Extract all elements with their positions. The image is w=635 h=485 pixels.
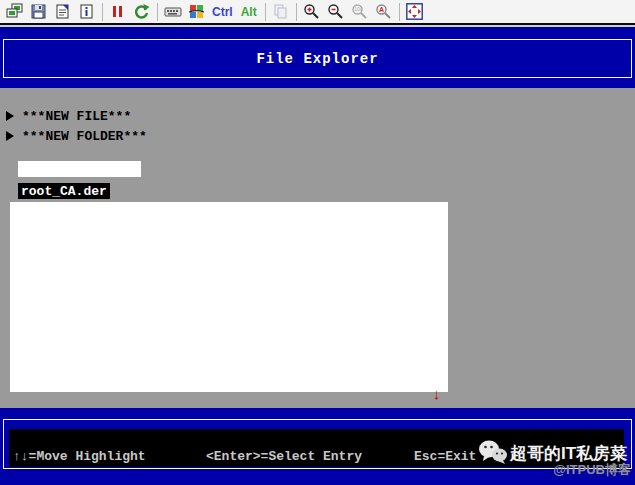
wechat-icon	[478, 439, 508, 464]
send-windows-key-button[interactable]	[186, 1, 207, 22]
new-connection-icon	[6, 3, 23, 20]
scroll-down-arrow: ↓	[432, 388, 441, 403]
vnc-viewer-window: Ctrl Alt	[0, 0, 635, 485]
filename-input[interactable]	[18, 161, 141, 177]
windows-logo-icon	[188, 3, 205, 20]
toolbar-separator	[296, 3, 297, 21]
zoom-out-button[interactable]	[325, 1, 346, 22]
zoom-100-icon: 100	[351, 3, 368, 20]
toolbar-separator	[157, 3, 158, 21]
help-exit: Esc=Exit	[414, 449, 476, 464]
watermark-handle: @ITPUB博客	[553, 461, 631, 479]
toolbar-separator	[102, 3, 103, 21]
file-explorer-body: ***NEW FILE*** ***NEW FOLDER*** root_CA.…	[0, 88, 635, 408]
help-select-entry: <Enter>=Select Entry	[206, 449, 362, 464]
zoom-auto-icon: A	[375, 3, 392, 20]
ctrl-key-button[interactable]: Ctrl	[212, 5, 233, 19]
save-session-button[interactable]	[28, 1, 49, 22]
menu-item-new-file[interactable]: ***NEW FILE***	[6, 108, 131, 124]
menu-item-new-folder[interactable]: ***NEW FOLDER***	[6, 128, 147, 144]
menu-item-label: ***NEW FILE***	[22, 109, 131, 124]
pause-icon	[109, 3, 126, 20]
svg-text:100: 100	[354, 6, 363, 12]
new-connection-button[interactable]	[4, 1, 25, 22]
zoom-100-button-disabled: 100	[349, 1, 370, 22]
zoom-auto-button[interactable]: A	[373, 1, 394, 22]
file-list-panel[interactable]	[10, 202, 448, 392]
pointer-icon	[6, 111, 14, 121]
zoom-out-icon	[327, 3, 344, 20]
toolbar-separator	[265, 3, 266, 21]
info-icon	[78, 3, 95, 20]
menu-item-label: ***NEW FOLDER***	[22, 129, 147, 144]
pointer-icon	[6, 131, 14, 141]
copy-icon	[272, 3, 289, 20]
zoom-in-icon	[303, 3, 320, 20]
alt-key-button[interactable]: Alt	[241, 5, 257, 19]
refresh-button[interactable]	[131, 1, 152, 22]
zoom-in-button[interactable]	[301, 1, 322, 22]
connection-info-button[interactable]	[76, 1, 97, 22]
copy-button-disabled	[270, 1, 291, 22]
options-icon	[54, 3, 71, 20]
page-title: File Explorer	[256, 51, 378, 67]
save-icon	[30, 3, 47, 20]
full-screen-button[interactable]	[404, 1, 425, 22]
toolbar-separator	[399, 3, 400, 21]
uefi-screen: File Explorer ***NEW FILE*** ***NEW FOLD…	[0, 27, 635, 485]
refresh-icon	[133, 3, 150, 20]
full-screen-icon	[406, 3, 423, 20]
connection-options-button[interactable]	[52, 1, 73, 22]
pause-button[interactable]	[107, 1, 128, 22]
svg-text:A: A	[379, 6, 384, 13]
help-move-highlight: ↑↓=Move Highlight	[13, 449, 146, 464]
vnc-toolbar: Ctrl Alt	[0, 0, 635, 25]
keyboard-icon	[164, 3, 182, 20]
title-panel: File Explorer	[3, 39, 632, 78]
selected-file-entry[interactable]: root_CA.der	[18, 183, 110, 199]
send-keyboard-button[interactable]	[162, 1, 183, 22]
